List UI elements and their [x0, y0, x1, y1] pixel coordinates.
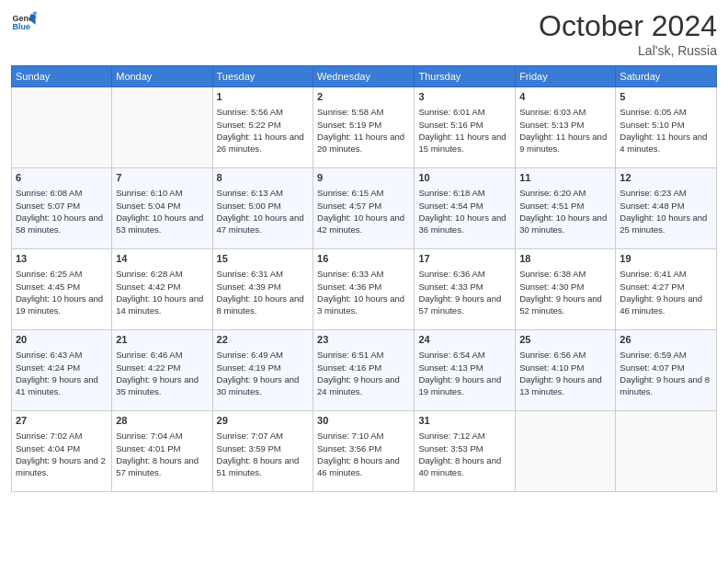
calendar-cell: 13Sunrise: 6:25 AMSunset: 4:45 PMDayligh… — [12, 249, 112, 330]
day-number: 15 — [217, 252, 309, 266]
day-number: 16 — [317, 252, 410, 266]
calendar-cell: 29Sunrise: 7:07 AMSunset: 3:59 PMDayligh… — [212, 411, 313, 492]
day-number: 28 — [116, 414, 208, 428]
day-number: 2 — [317, 90, 410, 104]
day-number: 24 — [418, 333, 511, 347]
calendar-table: SundayMondayTuesdayWednesdayThursdayFrid… — [11, 65, 717, 492]
day-number: 1 — [217, 90, 309, 104]
calendar-cell: 31Sunrise: 7:12 AMSunset: 3:53 PMDayligh… — [415, 411, 516, 492]
calendar-cell: 11Sunrise: 6:20 AMSunset: 4:51 PMDayligh… — [516, 168, 616, 249]
calendar-cell: 27Sunrise: 7:02 AMSunset: 4:04 PMDayligh… — [12, 411, 112, 492]
month-title: October 2024 — [539, 9, 717, 43]
calendar-cell: 4Sunrise: 6:03 AMSunset: 5:13 PMDaylight… — [516, 87, 616, 168]
day-header-sunday: Sunday — [12, 66, 112, 87]
week-row-5: 27Sunrise: 7:02 AMSunset: 4:04 PMDayligh… — [12, 411, 717, 492]
day-number: 25 — [519, 333, 611, 347]
day-number: 11 — [519, 171, 611, 185]
title-block: October 2024 Lal'sk, Russia — [539, 9, 717, 58]
day-number: 6 — [16, 171, 108, 185]
calendar-cell: 30Sunrise: 7:10 AMSunset: 3:56 PMDayligh… — [313, 411, 415, 492]
logo: General Blue — [11, 9, 37, 35]
day-header-saturday: Saturday — [616, 66, 717, 87]
svg-marker-3 — [33, 12, 37, 15]
day-number: 7 — [116, 171, 208, 185]
day-header-monday: Monday — [112, 66, 212, 87]
calendar-cell: 17Sunrise: 6:36 AMSunset: 4:33 PMDayligh… — [415, 249, 516, 330]
header: General Blue October 2024 Lal'sk, Russia — [11, 9, 717, 58]
day-number: 13 — [16, 252, 108, 266]
svg-marker-2 — [30, 15, 36, 25]
calendar-cell — [516, 411, 616, 492]
calendar-cell: 25Sunrise: 6:56 AMSunset: 4:10 PMDayligh… — [516, 330, 616, 411]
calendar-cell: 20Sunrise: 6:43 AMSunset: 4:24 PMDayligh… — [12, 330, 112, 411]
week-row-3: 13Sunrise: 6:25 AMSunset: 4:45 PMDayligh… — [12, 249, 717, 330]
calendar-cell: 15Sunrise: 6:31 AMSunset: 4:39 PMDayligh… — [212, 249, 313, 330]
header-row: SundayMondayTuesdayWednesdayThursdayFrid… — [12, 66, 717, 87]
calendar-cell: 3Sunrise: 6:01 AMSunset: 5:16 PMDaylight… — [415, 87, 516, 168]
day-number: 19 — [620, 252, 712, 266]
calendar-cell: 16Sunrise: 6:33 AMSunset: 4:36 PMDayligh… — [313, 249, 415, 330]
calendar-cell: 28Sunrise: 7:04 AMSunset: 4:01 PMDayligh… — [112, 411, 212, 492]
day-number: 8 — [217, 171, 309, 185]
calendar-cell: 6Sunrise: 6:08 AMSunset: 5:07 PMDaylight… — [12, 168, 112, 249]
calendar-cell: 2Sunrise: 5:58 AMSunset: 5:19 PMDaylight… — [313, 87, 415, 168]
calendar-cell: 18Sunrise: 6:38 AMSunset: 4:30 PMDayligh… — [516, 249, 616, 330]
calendar-cell: 23Sunrise: 6:51 AMSunset: 4:16 PMDayligh… — [313, 330, 415, 411]
calendar-cell: 24Sunrise: 6:54 AMSunset: 4:13 PMDayligh… — [415, 330, 516, 411]
logo-icon: General Blue — [11, 9, 37, 35]
calendar-cell: 8Sunrise: 6:13 AMSunset: 5:00 PMDaylight… — [212, 168, 313, 249]
day-number: 21 — [116, 333, 208, 347]
calendar-cell — [12, 87, 112, 168]
calendar-cell: 14Sunrise: 6:28 AMSunset: 4:42 PMDayligh… — [112, 249, 212, 330]
calendar-cell: 22Sunrise: 6:49 AMSunset: 4:19 PMDayligh… — [212, 330, 313, 411]
week-row-4: 20Sunrise: 6:43 AMSunset: 4:24 PMDayligh… — [12, 330, 717, 411]
week-row-1: 1Sunrise: 5:56 AMSunset: 5:22 PMDaylight… — [12, 87, 717, 168]
day-number: 20 — [16, 333, 108, 347]
day-header-tuesday: Tuesday — [212, 66, 313, 87]
day-number: 22 — [217, 333, 309, 347]
day-number: 5 — [620, 90, 712, 104]
day-number: 31 — [418, 414, 511, 428]
day-number: 27 — [16, 414, 108, 428]
day-number: 26 — [620, 333, 712, 347]
day-number: 18 — [519, 252, 611, 266]
calendar-cell — [112, 87, 212, 168]
day-number: 12 — [620, 171, 712, 185]
location: Lal'sk, Russia — [539, 43, 717, 58]
day-number: 10 — [418, 171, 511, 185]
week-row-2: 6Sunrise: 6:08 AMSunset: 5:07 PMDaylight… — [12, 168, 717, 249]
day-number: 4 — [519, 90, 611, 104]
svg-text:Blue: Blue — [12, 22, 30, 31]
day-number: 30 — [317, 414, 410, 428]
calendar-cell: 5Sunrise: 6:05 AMSunset: 5:10 PMDaylight… — [616, 87, 717, 168]
calendar-cell: 10Sunrise: 6:18 AMSunset: 4:54 PMDayligh… — [415, 168, 516, 249]
calendar-cell: 1Sunrise: 5:56 AMSunset: 5:22 PMDaylight… — [212, 87, 313, 168]
calendar-cell: 7Sunrise: 6:10 AMSunset: 5:04 PMDaylight… — [112, 168, 212, 249]
day-number: 14 — [116, 252, 208, 266]
day-header-friday: Friday — [516, 66, 616, 87]
day-number: 3 — [418, 90, 511, 104]
calendar-cell — [616, 411, 717, 492]
calendar-cell: 12Sunrise: 6:23 AMSunset: 4:48 PMDayligh… — [616, 168, 717, 249]
calendar-cell: 21Sunrise: 6:46 AMSunset: 4:22 PMDayligh… — [112, 330, 212, 411]
day-number: 29 — [217, 414, 309, 428]
calendar-cell: 19Sunrise: 6:41 AMSunset: 4:27 PMDayligh… — [616, 249, 717, 330]
day-header-wednesday: Wednesday — [313, 66, 415, 87]
day-number: 23 — [317, 333, 410, 347]
day-header-thursday: Thursday — [415, 66, 516, 87]
calendar-cell: 9Sunrise: 6:15 AMSunset: 4:57 PMDaylight… — [313, 168, 415, 249]
day-number: 17 — [418, 252, 511, 266]
day-number: 9 — [317, 171, 410, 185]
calendar-page: General Blue October 2024 Lal'sk, Russia… — [0, 0, 728, 563]
calendar-cell: 26Sunrise: 6:59 AMSunset: 4:07 PMDayligh… — [616, 330, 717, 411]
